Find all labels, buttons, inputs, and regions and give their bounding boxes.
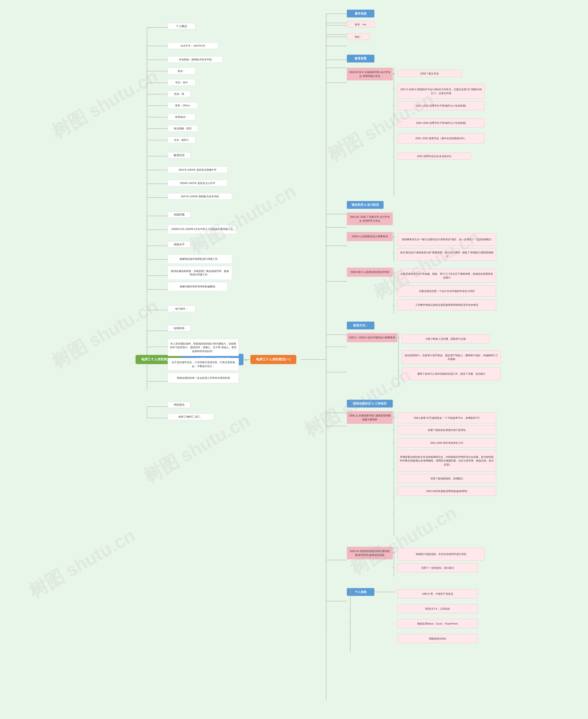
left-edu-3: 2007年-2009年 陕西航天技术学院 <box>168 193 232 199</box>
left-edu-1: 2001年-2004年 蓝田县水陆庵中学 <box>168 167 227 173</box>
right-edu-d1: 2009.7 硕士毕业 <box>397 70 462 77</box>
right-campus-2-d2: 培养了一定的策划、执行能力 <box>397 563 478 572</box>
left-skill-1: 能够熟练操作电焊机进行焊接工作。 <box>168 255 232 264</box>
left-skill-3: 能够识图并制作简单的机械图纸 <box>168 282 227 291</box>
right-personal-d3: 熟练应用Word、Excel、PowerPoint <box>397 619 478 628</box>
left-item-gender: 性别：男 <box>168 91 191 97</box>
right-address: 地址： <box>347 34 370 40</box>
left-self-1: 本人富有团队精神，有较强的组织能力和沟通能力，在校期间学习刻苦努力，团结同学，有… <box>168 339 239 356</box>
right-personal-d2: 英语CET-6，口语良好 <box>397 604 478 613</box>
left-job-1: 电焊工/钢焊工,普工。 <box>168 414 214 420</box>
left-edu-2: 2004年-2007年 蓝田县玉山中学 <box>168 180 227 186</box>
right-contact-d2: 担任助理审计，负责审计货币资金、固定资产和收入，费用审计项目，并辅制审计工作底稿 <box>402 350 501 364</box>
right-proj-2-d2: 以教员身份负责一个会计专业年级的毕业实习培训 <box>397 286 496 297</box>
left-item-email: 电子邮件： <box>168 305 195 312</box>
right-campus-d1: 698人参赛 50万虚拟资金 一个月收益率76%，净增值367万 <box>397 413 496 423</box>
left-self-2: 由于是应届毕业生，工作经验不是很丰富，打算从基层做起，不断提升自己； <box>168 358 239 371</box>
right-proj-2-d3: 工作教学热情认真的态度及效果受到校领导及学生的肯定 <box>397 299 496 310</box>
left-item-major: 专业：电焊工 <box>168 137 195 143</box>
right-campus-d4: 带领班委会组织多次专业班级调研论会，为班级组织学维护及社会实践、多次组织院学外事… <box>397 450 496 471</box>
right-edu-period-1: 2006.09 至今 长春税务学院 会计学专业 管理学硕士学位 <box>347 68 393 80</box>
right-campus-d5: 培养了较强的组织、协调能力 <box>397 474 496 483</box>
right-campus-period-1: 2006.11 长春税务学院--国泰君安杯模拟股大赛冠军 <box>347 411 393 424</box>
left-item-political: 政治面貌：团员 <box>168 125 197 132</box>
right-cat-contact: 联系方式： <box>347 322 374 330</box>
right-personal-d4: 驾驶执照(2005) <box>397 634 478 643</box>
right-edu-d4: 2004~2005 优秀学生干部(每年2人/专业班级) <box>397 118 485 127</box>
right-campus-d6: 2002-2003年度校优秀班级(集体荣誉) <box>397 487 496 496</box>
left-item-phone: 联系电话： <box>168 114 195 120</box>
right-proj-2-d1: 以教员身份担任6个班金融、税收、审计三门专业主干课程讲师，形成良好的课堂表达能力 <box>397 269 496 282</box>
left-cat-job: 求职意向 <box>168 402 191 408</box>
right-cat-basic: 基本信息 <box>347 9 374 18</box>
right-cat-education: 教育背景 <box>347 55 374 62</box>
right-edu-d2: 2007.6-2008.6 英国持许可会计师(ACCA)学员，已通过全部14门课… <box>397 84 485 99</box>
left-skill-2: 较强金属结构焊接，并能使用二氧化碳保护焊、氩弧焊进行焊接工作。 <box>168 266 232 280</box>
right-cat-campus: 院校实践经历 & 工作经历 <box>347 400 393 407</box>
left-cat-education: 教育经历 <box>168 152 191 158</box>
right-campus-period-2: 2002.04 负责组织校级演讲比赛的院级(管理学院)参赛者的选拔 <box>347 547 393 559</box>
right-edu-d3: 2001~2002 优秀学生干部(每年2人/专业班级) <box>397 101 485 110</box>
right-proj-period-2: 2008.8至今 山东商业职业技术学院 <box>347 268 393 277</box>
left-item-edu-level: 学历：高中 <box>168 79 195 86</box>
left-cat-skills: 技能水平 <box>168 241 191 248</box>
right-campus-d2: 积累了相应的证券操作技巧及理论 <box>397 425 496 435</box>
right-contact-period-1: 2005.1—2005.4 北京中瑞华会计师事务所 <box>347 333 397 342</box>
right-proj-period-1: 2008.9 山东新联宜会计师事务所 <box>347 232 393 241</box>
right-campus-2-d1: 协调设计选拔流程，并且对全组同学进行培训 <box>397 548 485 561</box>
right-campus-d3: 2001-2005 四年本科班长工作 <box>397 438 496 447</box>
left-item-birth: 出生年月：1987年4月 <box>168 42 218 49</box>
mind-map-container: 电焊工个人求职简历(二) 电焊工个人求职简历 → 电焊工个人求职简历(一) 个人… <box>0 0 588 719</box>
left-practice-1: 2008年10月-2009年1月在中铁十七局集团从事焊接工作 <box>168 225 236 234</box>
right-personal-d1: 1982.9 男，中国共产党党员 <box>397 589 478 598</box>
right-contact-d1: 与客户财务人员沟通，获取审计证据 <box>402 334 489 343</box>
right-edu-d6: 2005 优秀毕业论文(专业前5%) <box>397 153 471 160</box>
arrow-right: → <box>244 357 248 362</box>
right-cat-project: 项目经历 & 实习经历 <box>347 201 383 209</box>
right-edu-d5: 2001~2002 校奖学金（每年专业班级前10%） <box>397 133 485 144</box>
left-item-name: 姓名： <box>168 68 195 74</box>
left-self-3: 我相信我的到来一定会给贵公司带来丰厚的利润 <box>168 373 239 383</box>
right-edu-period-2: 2001.09 -2005.7 济南大学 会计学专业 管理学学士学位 <box>347 212 393 225</box>
right-proj-d2: 担任"新旧会计准则差异分析"课题讲师，独立设计课程，锻炼了演讲能力/逻辑思维能力 <box>397 248 496 261</box>
left-item-height: 身高：180cm <box>168 102 197 109</box>
right-proj-d1: 协助事务所主办一期"企业新旧会计准则培训"项目，进一步增强了一定的协调能力 <box>397 233 496 246</box>
left-cat-practice: 实践经验 <box>168 211 191 218</box>
right-center-label: 电焊工个人求职简历(一) <box>256 357 290 362</box>
left-item-school: 毕业院校：陕西航天技术学院 <box>168 56 223 63</box>
left-cat-overview: 个人概况 <box>168 23 195 29</box>
right-contact-d3: 懂得了如何与人协作高效的完成工作，提高了沟通、交往能力 <box>402 367 501 380</box>
left-cat-self: 自我评价 <box>168 325 191 332</box>
right-center-node[interactable]: 电焊工个人求职简历(一) <box>250 355 296 364</box>
right-name: 姓名：xxx <box>347 21 374 27</box>
